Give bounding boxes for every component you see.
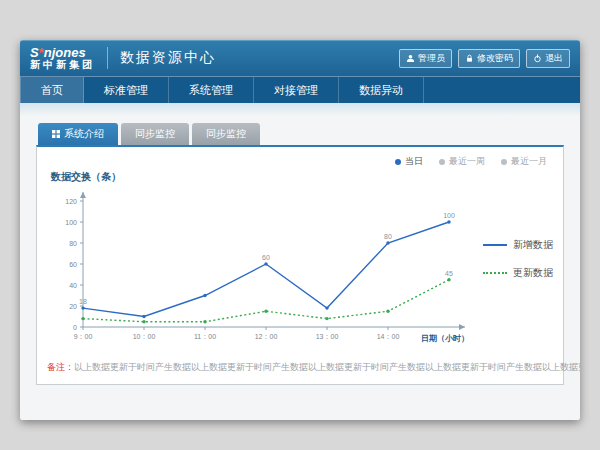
svg-text:45: 45 <box>445 269 453 276</box>
svg-text:100: 100 <box>443 212 455 219</box>
svg-text:11：00: 11：00 <box>194 333 216 340</box>
brand-suffix: njones <box>44 45 86 60</box>
user-icon <box>406 54 415 63</box>
svg-text:18: 18 <box>79 298 87 305</box>
tab-system-intro[interactable]: 系统介绍 <box>38 123 118 145</box>
svg-text:80: 80 <box>384 233 392 240</box>
svg-text:12：00: 12：00 <box>255 333 278 340</box>
nav-item-system-mgmt[interactable]: 系统管理 <box>169 77 254 103</box>
main-nav: 首页 标准管理 系统管理 对接管理 数据异动 <box>20 76 580 103</box>
footnote-text: 以上数据更新于时间产生数据以上数据更新于时间产生数据以上数据更新于时间产生数据以… <box>74 362 580 372</box>
dotted-line-icon <box>483 272 507 274</box>
legend-item-new-data[interactable]: 新增数据 <box>483 238 553 252</box>
nav-item-data-change[interactable]: 数据异动 <box>339 77 424 103</box>
nav-item-integration-mgmt[interactable]: 对接管理 <box>254 77 339 103</box>
legend-updated-data-label: 更新数据 <box>513 266 553 280</box>
app-title: 数据资源中心 <box>120 49 216 67</box>
y-axis-title: 数据交换（条） <box>51 170 553 184</box>
filter-last-week-label: 最近一周 <box>449 155 485 168</box>
tab-sync-monitor-1[interactable]: 同步监控 <box>121 123 189 145</box>
svg-text:14：00: 14：00 <box>377 333 400 340</box>
svg-text:20: 20 <box>69 302 77 309</box>
svg-text:80: 80 <box>69 239 77 246</box>
line-chart: 0204060801001209：0010：0011：0012：0013：001… <box>47 187 479 357</box>
time-range-filters: 当日 最近一周 最近一月 <box>47 155 547 168</box>
grid-icon <box>52 129 60 140</box>
svg-text:40: 40 <box>69 281 77 288</box>
brand-text: S*njones <box>30 46 95 60</box>
app-window: S*njones 新中新集团 数据资源中心 管理员 修改密码 退出 首页 标准管… <box>20 40 580 420</box>
admin-user-button[interactable]: 管理员 <box>399 49 452 68</box>
legend-item-updated-data[interactable]: 更新数据 <box>483 266 553 280</box>
tab-sync-monitor-2[interactable]: 同步监控 <box>192 123 260 145</box>
filter-last-month[interactable]: 最近一月 <box>501 155 547 168</box>
nav-item-standard-mgmt[interactable]: 标准管理 <box>84 77 169 103</box>
filter-last-week[interactable]: 最近一周 <box>439 155 485 168</box>
footnote-prefix: 备注： <box>47 362 74 372</box>
admin-user-label: 管理员 <box>418 52 445 65</box>
svg-text:60: 60 <box>262 254 270 261</box>
filter-dot-icon <box>395 159 401 165</box>
svg-text:13：00: 13：00 <box>316 333 339 340</box>
svg-text:120: 120 <box>65 197 77 204</box>
chart-area: 0204060801001209：0010：0011：0012：0013：001… <box>47 184 553 359</box>
brand-prefix: S <box>30 45 39 60</box>
series-legend: 新增数据 更新数据 <box>483 238 553 280</box>
svg-text:100: 100 <box>65 218 77 225</box>
filter-today[interactable]: 当日 <box>395 155 423 168</box>
chart-panel: 当日 最近一周 最近一月 数据交换（条） 0204060801001209：00… <box>36 145 564 385</box>
svg-text:0: 0 <box>73 323 77 330</box>
logo: S*njones 新中新集团 <box>30 46 95 70</box>
tab-system-intro-label: 系统介绍 <box>64 127 104 141</box>
solid-line-icon <box>483 244 507 246</box>
power-icon <box>533 54 542 63</box>
main-content: 系统介绍 同步监控 同步监控 当日 最近一周 最近一月 <box>20 115 580 420</box>
svg-text:日期（小时）: 日期（小时） <box>421 334 469 343</box>
footnote: 备注：以上数据更新于时间产生数据以上数据更新于时间产生数据以上数据更新于时间产生… <box>47 361 553 374</box>
svg-text:10：00: 10：00 <box>133 333 156 340</box>
tab-bar: 系统介绍 同步监控 同步监控 <box>38 123 564 145</box>
svg-text:60: 60 <box>69 260 77 267</box>
filter-dot-icon <box>439 159 445 165</box>
header-divider <box>107 47 108 69</box>
legend-new-data-label: 新增数据 <box>513 238 553 252</box>
change-password-label: 修改密码 <box>477 52 513 65</box>
svg-text:9：00: 9：00 <box>74 333 93 340</box>
logout-button[interactable]: 退出 <box>526 49 570 68</box>
company-name: 新中新集团 <box>30 60 95 71</box>
change-password-button[interactable]: 修改密码 <box>458 49 520 68</box>
nav-item-home[interactable]: 首页 <box>20 77 84 103</box>
filter-today-label: 当日 <box>405 155 423 168</box>
filter-last-month-label: 最近一月 <box>511 155 547 168</box>
top-header: S*njones 新中新集团 数据资源中心 管理员 修改密码 退出 <box>20 40 580 76</box>
filter-dot-icon <box>501 159 507 165</box>
lock-icon <box>465 54 474 63</box>
header-gradient-strip <box>20 103 580 115</box>
logout-label: 退出 <box>545 52 563 65</box>
